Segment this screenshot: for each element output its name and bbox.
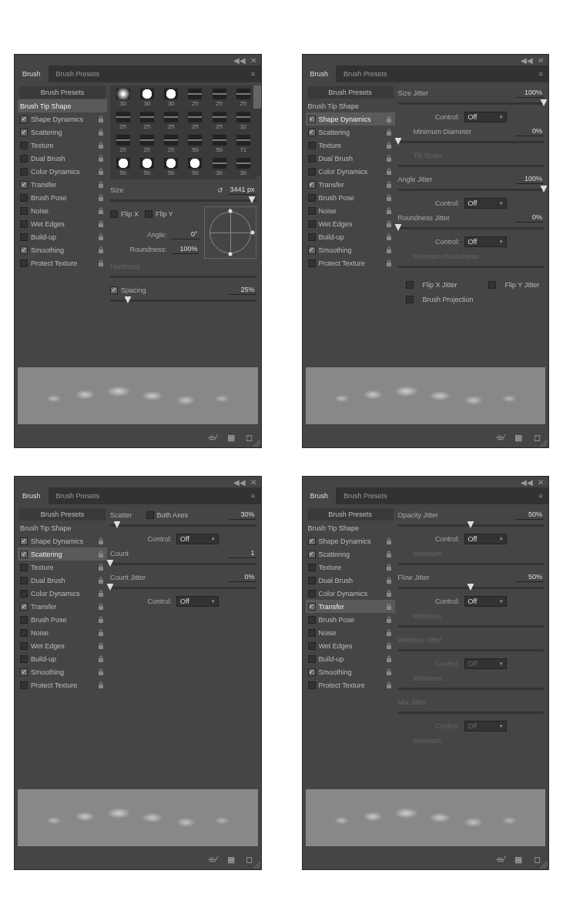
brush-tip-cell[interactable]: 50 <box>208 133 230 155</box>
sidebar-item-dual-brush[interactable]: Dual Brush <box>306 152 395 165</box>
sidebar-item-scattering[interactable]: ✓Scattering <box>18 126 107 139</box>
lock-icon[interactable] <box>385 681 393 690</box>
sidebar-item-build-up[interactable]: Build-up <box>306 230 395 243</box>
sidebar-checkbox[interactable] <box>308 616 316 624</box>
brush-tip-cell[interactable]: 71 <box>232 133 254 155</box>
count-jitter-value[interactable]: 0% <box>229 572 256 582</box>
sidebar-checkbox[interactable]: ✓ <box>308 537 316 545</box>
brush-presets-button[interactable]: Brush Presets <box>19 508 106 521</box>
sidebar-checkbox[interactable] <box>308 142 316 149</box>
lock-icon[interactable] <box>385 219 393 229</box>
flow-control-dropdown[interactable]: Off▾ <box>464 596 507 607</box>
lock-icon[interactable] <box>97 602 105 611</box>
sidebar-checkbox[interactable]: ✓ <box>308 551 316 558</box>
sidebar-item-build-up[interactable]: Build-up <box>18 652 107 665</box>
roundness-jitter-control-dropdown[interactable]: Off▾ <box>464 236 507 247</box>
lock-icon[interactable] <box>97 141 105 150</box>
lock-icon[interactable] <box>385 576 393 585</box>
lock-icon[interactable] <box>385 141 393 150</box>
lock-icon[interactable] <box>97 537 105 546</box>
tab-brush-presets[interactable]: Brush Presets <box>49 487 108 504</box>
sidebar-checkbox[interactable] <box>308 577 316 584</box>
lock-icon[interactable] <box>385 550 393 559</box>
sidebar-checkbox[interactable] <box>20 564 28 571</box>
sidebar-item-shape-dynamics[interactable]: ✓Shape Dynamics <box>18 112 107 126</box>
sidebar-checkbox[interactable]: ✓ <box>308 246 316 254</box>
sidebar-item-transfer[interactable]: ✓Transfer <box>306 178 395 191</box>
brush-tip-cell[interactable]: 25 <box>184 87 206 109</box>
flyout-menu-icon[interactable]: ≡ <box>246 65 261 82</box>
sidebar-item-noise[interactable]: Noise <box>306 626 395 639</box>
new-brush-icon[interactable]: ▦ <box>513 433 524 443</box>
sidebar-checkbox[interactable] <box>308 681 316 689</box>
sidebar-item-smoothing[interactable]: ✓Smoothing <box>306 243 395 256</box>
brush-tip-cell[interactable]: 25 <box>136 133 158 155</box>
flyout-menu-icon[interactable]: ≡ <box>533 487 548 504</box>
lock-icon[interactable] <box>385 167 393 176</box>
sidebar-item-build-up[interactable]: Build-up <box>306 652 395 665</box>
sidebar-item-texture[interactable]: Texture <box>18 139 107 152</box>
sidebar-checkbox[interactable] <box>308 259 316 267</box>
lock-icon[interactable] <box>385 154 393 163</box>
brush-tip-cell[interactable]: 25 <box>136 110 158 132</box>
flipx-jitter-checkbox[interactable] <box>406 281 414 289</box>
sidebar-checkbox[interactable]: ✓ <box>308 129 316 136</box>
new-brush-icon[interactable]: ▦ <box>226 433 236 443</box>
brush-tip-cell[interactable]: 50 <box>184 133 206 155</box>
lock-icon[interactable] <box>97 654 105 664</box>
sidebar-item-noise[interactable]: Noise <box>18 204 107 217</box>
brush-presets-button[interactable]: Brush Presets <box>307 86 394 99</box>
sidebar-item-smoothing[interactable]: ✓Smoothing <box>18 243 107 256</box>
sidebar-checkbox[interactable] <box>308 629 316 637</box>
tab-brush-presets[interactable]: Brush Presets <box>336 65 395 82</box>
sidebar-item-wet-edges[interactable]: Wet Edges <box>18 639 107 652</box>
collapse-icon[interactable]: ◀◀ <box>233 478 246 487</box>
brush-tip-cell[interactable]: 25 <box>160 110 183 132</box>
brush-tip-cell[interactable]: 30 <box>136 87 158 109</box>
sidebar-item-dual-brush[interactable]: Dual Brush <box>18 574 107 587</box>
brush-projection-checkbox[interactable] <box>406 296 414 303</box>
tab-brush[interactable]: Brush <box>303 65 337 82</box>
flow-jitter-slider[interactable] <box>398 587 545 589</box>
sidebar-checkbox[interactable] <box>308 642 316 650</box>
lock-icon[interactable] <box>385 206 393 216</box>
lock-icon[interactable] <box>97 589 105 598</box>
lock-icon[interactable] <box>97 615 105 624</box>
sidebar-item-texture[interactable]: Texture <box>306 139 395 152</box>
sidebar-checkbox[interactable] <box>308 564 316 571</box>
angle-jitter-value[interactable]: 100% <box>516 174 544 184</box>
lock-icon[interactable] <box>385 589 393 598</box>
lock-icon[interactable] <box>385 259 393 268</box>
sidebar-checkbox[interactable] <box>20 207 28 215</box>
count-slider[interactable] <box>110 563 256 565</box>
brush-tip-cell[interactable]: 25 <box>160 133 183 155</box>
sidebar-item-build-up[interactable]: Build-up <box>18 230 107 243</box>
scatter-value[interactable]: 30% <box>229 510 256 520</box>
sidebar-checkbox[interactable]: ✓ <box>308 603 316 611</box>
sidebar-item-shape-dynamics[interactable]: ✓Shape Dynamics <box>306 112 395 126</box>
lock-icon[interactable] <box>97 154 105 163</box>
toggle-live-tip-icon[interactable]: ⌯∕ <box>207 433 218 442</box>
sidebar-item-brush-pose[interactable]: Brush Pose <box>18 613 107 626</box>
lock-icon[interactable] <box>97 167 105 176</box>
lock-icon[interactable] <box>385 115 393 124</box>
brush-tip-cell[interactable]: 25 <box>232 87 254 109</box>
sidebar-checkbox[interactable] <box>20 642 28 650</box>
lock-icon[interactable] <box>97 206 105 216</box>
brush-tip-cell[interactable]: 36 <box>232 156 254 178</box>
lock-icon[interactable] <box>385 602 393 611</box>
resize-handle[interactable] <box>540 861 548 869</box>
brush-tip-cell[interactable]: 25 <box>208 87 230 109</box>
sidebar-item-brush-pose[interactable]: Brush Pose <box>306 191 395 204</box>
sidebar-checkbox[interactable]: ✓ <box>20 537 28 545</box>
sidebar-checkbox[interactable]: ✓ <box>20 116 28 123</box>
sidebar-brush-tip-shape[interactable]: Brush Tip Shape <box>18 521 107 534</box>
sidebar-item-noise[interactable]: Noise <box>18 626 107 639</box>
close-icon[interactable]: ✕ <box>538 478 544 487</box>
size-jitter-slider[interactable] <box>398 102 545 105</box>
close-icon[interactable]: ✕ <box>250 56 256 65</box>
scatter-slider[interactable] <box>110 524 256 527</box>
sidebar-checkbox[interactable]: ✓ <box>20 181 28 189</box>
brush-tip-cell[interactable]: 50 <box>136 156 158 178</box>
sidebar-checkbox[interactable] <box>20 577 28 584</box>
